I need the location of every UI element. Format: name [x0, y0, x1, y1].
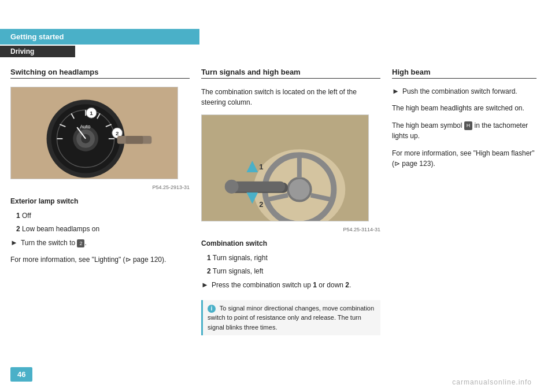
main-content: Switching on headlamps — [0, 62, 555, 341]
left-column: Switching on headlamps — [10, 68, 190, 335]
svg-point-25 — [288, 178, 311, 201]
svg-text:1: 1 — [90, 110, 93, 116]
combo-item-1-text: Turn signals, right — [213, 254, 268, 262]
combo-item-1-num: 1 — [207, 254, 211, 262]
headlamp-diagram: Auto 1 2 — [11, 87, 177, 179]
combo-image: 1 2 — [201, 114, 369, 221]
middle-column: Turn signals and high beam The combinati… — [201, 68, 380, 335]
combo-bullet1: ► Press the combination switch up 1 or d… — [201, 280, 380, 290]
headlamp-item-2: 2 Low beam headlamps on — [16, 225, 190, 233]
highbeam-desc2-text: The high beam symbol — [392, 121, 462, 130]
highbeam-desc1: The high beam headlights are switched on… — [392, 103, 536, 113]
right-column: High beam ► Push the combination switch … — [392, 68, 536, 335]
combo-diagram: 1 2 — [202, 114, 368, 221]
svg-rect-21 — [126, 136, 143, 144]
combo-item-2-text: Turn signals, left — [213, 267, 264, 275]
combo-intro: The combination switch is located on the… — [201, 87, 380, 108]
headlamp-item-2-num: 2 — [16, 225, 20, 233]
headlamp-caption: P54.25-2913-31 — [10, 184, 190, 190]
highbeam-icon: H — [464, 121, 473, 131]
combo-bullet1-text: Press the combination switch up 1 or dow… — [212, 280, 352, 290]
svg-text:2: 2 — [116, 130, 119, 136]
headlamp-bullet1: ► Turn the switch to 2. — [10, 238, 190, 248]
svg-text:1: 1 — [259, 162, 263, 171]
combo-item-1: 1 Turn signals, right — [207, 254, 380, 262]
svg-text:2: 2 — [259, 200, 263, 209]
headlamp-item-1-text: Off — [22, 212, 31, 220]
headlamp-item-2-text: Low beam headlamps on — [22, 225, 99, 233]
switch-icon: 2 — [77, 239, 84, 248]
left-section-title: Switching on headlamps — [10, 68, 190, 79]
header-title: Getting started — [10, 32, 64, 41]
svg-point-31 — [225, 180, 239, 194]
headlamp-image: Auto 1 2 — [10, 87, 178, 179]
svg-rect-30 — [231, 182, 285, 192]
right-section-title: High beam — [392, 68, 536, 79]
page-number: 46 — [10, 367, 32, 382]
info-text: To signal minor directional changes, mov… — [208, 305, 374, 331]
bullet-arrow-2: ► — [201, 280, 209, 290]
headlamp-bullet1-text: Turn the switch to 2. — [21, 238, 87, 248]
watermark: carmanualsonline.info — [452, 378, 532, 386]
combo-caption: P54.25-3114-31 — [201, 227, 380, 232]
highbeam-bullet1-text: Push the combination switch forward. — [402, 87, 517, 97]
combo-item-2-num: 2 — [207, 267, 211, 275]
svg-text:Auto: Auto — [80, 124, 90, 130]
section-label: Driving — [0, 46, 75, 57]
highbeam-bullet1: ► Push the combination switch forward. — [392, 87, 536, 97]
combo-switch-label: Combination switch — [201, 239, 380, 247]
info-box: i To signal minor directional changes, m… — [201, 300, 380, 336]
bullet-arrow-3: ► — [392, 87, 399, 97]
info-icon: i — [208, 305, 216, 313]
section-title-label: Driving — [10, 47, 34, 56]
highbeam-ref: For more information, see "High beam fla… — [392, 148, 536, 169]
headlamp-ref: For more information, see "Lighting" (⊳ … — [10, 254, 190, 265]
headlamp-item-1: 1 Off — [16, 212, 190, 220]
exterior-lamp-label: Exterior lamp switch — [10, 197, 190, 205]
headlamp-item-1-num: 1 — [16, 212, 20, 220]
bullet-arrow-1: ► — [10, 238, 18, 248]
combo-item-2: 2 Turn signals, left — [207, 267, 380, 275]
mid-section-title: Turn signals and high beam — [201, 68, 380, 79]
highbeam-desc2: The high beam symbol H in the tachometer… — [392, 120, 536, 141]
header-bar: Getting started — [0, 29, 199, 45]
